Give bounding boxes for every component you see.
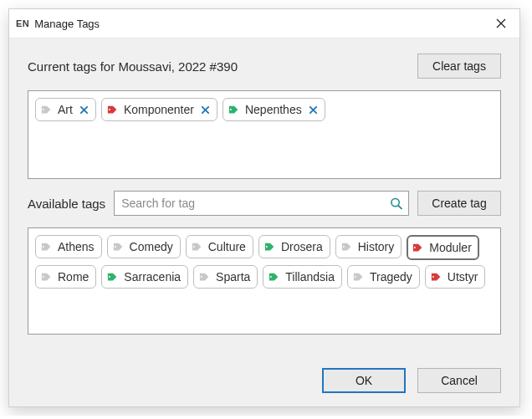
tag-label: Tillandsia: [285, 270, 335, 284]
svg-point-21: [201, 276, 202, 278]
current-tags-prefix: Current tags for: [28, 59, 118, 74]
svg-point-8: [230, 109, 232, 110]
svg-point-20: [109, 276, 110, 278]
tag-icon: [431, 271, 442, 283]
remove-tag-button[interactable]: [309, 105, 318, 115]
current-tags-header: Current tags for Moussavi, 2022 #390 Cle…: [28, 54, 501, 79]
tag-label: Drosera: [281, 240, 323, 253]
tag-icon: [41, 271, 53, 283]
dialog-footer: OK Cancel: [28, 361, 501, 393]
available-tags-box[interactable]: AthensComedyCultureDroseraHistoryModuler…: [28, 227, 501, 335]
svg-point-13: [43, 246, 44, 248]
available-tag-chip[interactable]: Drosera: [258, 235, 330, 258]
current-tags-label: Current tags for Moussavi, 2022 #390: [28, 59, 409, 74]
tag-label: Nepenthes: [245, 103, 302, 116]
available-tag-chip[interactable]: Comedy: [107, 235, 181, 258]
available-tags-label: Available tags: [28, 197, 105, 211]
close-icon: [496, 18, 506, 28]
tag-label: Moduler: [429, 241, 472, 254]
current-tag-chip[interactable]: Nepenthes: [223, 98, 325, 121]
tag-search-input[interactable]: [114, 191, 409, 216]
available-tag-chip[interactable]: Sarracenia: [101, 265, 188, 289]
available-tag-chip[interactable]: Culture: [186, 235, 253, 258]
current-tag-chip[interactable]: Art: [35, 98, 96, 121]
svg-point-19: [43, 276, 44, 278]
svg-point-18: [414, 247, 416, 248]
tag-label: Art: [58, 103, 73, 116]
tag-icon: [41, 104, 53, 115]
tag-icon: [107, 271, 119, 283]
svg-point-22: [270, 276, 272, 278]
ok-button[interactable]: OK: [322, 368, 406, 393]
svg-point-2: [43, 109, 44, 110]
tag-label: Utstyr: [448, 270, 478, 284]
cancel-button[interactable]: Cancel: [417, 368, 501, 393]
available-tag-chip[interactable]: Tragedy: [347, 265, 420, 289]
tag-label: History: [358, 240, 395, 253]
tag-label: Athens: [58, 240, 95, 253]
tag-label: Rome: [58, 270, 89, 284]
available-tag-chip[interactable]: Athens: [35, 235, 102, 258]
svg-point-17: [343, 246, 345, 248]
search-wrap: [114, 191, 409, 216]
current-reference: Moussavi, 2022 #390: [118, 59, 238, 74]
tag-label: Sparta: [216, 270, 250, 284]
available-tag-chip[interactable]: Moduler: [407, 235, 479, 260]
svg-point-16: [266, 246, 268, 248]
tag-icon: [353, 271, 365, 283]
window-title: Manage Tags: [34, 18, 100, 30]
search-icon[interactable]: [390, 197, 402, 210]
tag-icon: [341, 241, 353, 253]
tag-label: Culture: [208, 240, 246, 253]
titlebar: EN Manage Tags: [9, 9, 519, 38]
clear-tags-button[interactable]: Clear tags: [417, 54, 501, 79]
tag-icon: [228, 104, 240, 115]
svg-point-5: [109, 109, 110, 110]
available-tag-chip[interactable]: Tillandsia: [263, 265, 342, 289]
manage-tags-dialog: EN Manage Tags Current tags for Moussavi…: [8, 8, 520, 407]
tag-icon: [41, 241, 53, 253]
available-tag-chip[interactable]: Rome: [35, 265, 96, 289]
tag-icon: [192, 241, 203, 253]
svg-point-23: [355, 276, 356, 278]
tag-label: Tragedy: [370, 270, 412, 284]
svg-point-14: [115, 246, 116, 248]
current-tag-chip[interactable]: Komponenter: [101, 98, 217, 121]
remove-tag-button[interactable]: [79, 105, 89, 115]
tag-label: Sarracenia: [124, 270, 181, 284]
available-header: Available tags Create tag: [28, 191, 501, 216]
tag-icon: [264, 241, 276, 253]
tag-icon: [199, 271, 211, 283]
tag-icon: [412, 242, 424, 253]
svg-point-24: [432, 276, 434, 278]
app-badge: EN: [16, 18, 29, 28]
tag-label: Komponenter: [124, 103, 194, 116]
create-tag-button[interactable]: Create tag: [417, 191, 501, 216]
svg-point-15: [193, 246, 195, 248]
current-tags-box[interactable]: ArtKomponenterNepenthes: [28, 90, 501, 179]
available-tag-chip[interactable]: Sparta: [193, 265, 258, 289]
tag-icon: [269, 271, 280, 283]
window-close-button[interactable]: [489, 12, 513, 35]
remove-tag-button[interactable]: [201, 105, 210, 115]
tag-label: Comedy: [130, 240, 173, 253]
svg-line-12: [398, 206, 402, 209]
dialog-body: Current tags for Moussavi, 2022 #390 Cle…: [9, 38, 519, 406]
available-tag-chip[interactable]: Utstyr: [425, 265, 486, 289]
tag-icon: [113, 241, 125, 253]
available-tag-chip[interactable]: History: [335, 235, 402, 258]
tag-icon: [107, 104, 119, 115]
